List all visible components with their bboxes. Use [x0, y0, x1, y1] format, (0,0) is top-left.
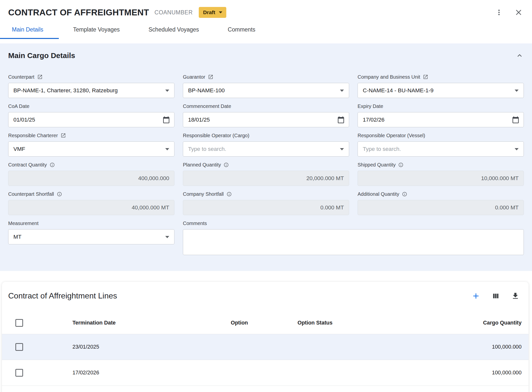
- field-counterpart-shortfall: Counterpart Shortfall 40,000.000 MT: [8, 190, 174, 215]
- field-commencement-date: Commencement Date 18/01/25: [183, 102, 349, 127]
- col-termination-date: Termination Date: [72, 320, 231, 326]
- responsible-operator-vessel-combobox[interactable]: [358, 141, 524, 157]
- download-button[interactable]: [511, 292, 520, 300]
- chevron-down-icon: [165, 148, 169, 150]
- plus-icon: [471, 292, 480, 300]
- download-icon: [511, 292, 520, 300]
- window-header: CONTRACT OF AFFREIGHTMENT COANUMBER Draf…: [0, 0, 532, 18]
- calendar-icon[interactable]: [512, 116, 519, 124]
- company-shortfall-value: 0.000 MT: [188, 204, 344, 211]
- collapse-section-button[interactable]: [515, 51, 524, 60]
- counterpart-select[interactable]: BP-NAME-1, Charterer, 31280, Ratzeburg: [8, 83, 174, 98]
- info-icon[interactable]: [227, 192, 232, 197]
- measurement-label: Measurement: [8, 221, 38, 226]
- coa-lines-table: Termination Date Option Option Status Ca…: [2, 312, 529, 386]
- close-button[interactable]: [514, 8, 523, 17]
- company-shortfall-field: 0.000 MT: [183, 200, 349, 215]
- counterpart-value: BP-NAME-1, Charterer, 31280, Ratzeburg: [13, 87, 160, 94]
- chevron-down-icon: [515, 148, 519, 150]
- responsible-charterer-value: VMF: [13, 146, 160, 152]
- guarantor-value: BP-NAME-100: [188, 87, 335, 94]
- external-link-icon[interactable]: [61, 133, 66, 138]
- counterpart-shortfall-value: 40,000.000 MT: [13, 204, 169, 211]
- responsible-operator-vessel-input[interactable]: [363, 146, 510, 152]
- responsible-charterer-label: Responsible Charterer: [8, 133, 58, 138]
- add-line-button[interactable]: [471, 292, 480, 300]
- row-checkbox[interactable]: [15, 369, 23, 377]
- guarantor-label: Guarantor: [183, 74, 205, 80]
- table-header-row: Termination Date Option Option Status Ca…: [2, 312, 529, 334]
- kebab-icon: [495, 8, 503, 17]
- commencement-date-label: Commencement Date: [183, 103, 231, 109]
- counterpart-label: Counterpart: [8, 74, 34, 80]
- field-coa-date: CoA Date 01/01/25: [8, 102, 174, 127]
- contract-quantity-value: 400,000.000: [13, 175, 169, 182]
- tab-comments[interactable]: Comments: [213, 22, 270, 39]
- select-all-checkbox[interactable]: [15, 319, 23, 327]
- company-business-unit-select[interactable]: C-NAME-14 - BU-NAME-1-9: [358, 83, 524, 98]
- guarantor-select[interactable]: BP-NAME-100: [183, 83, 349, 98]
- info-icon[interactable]: [398, 162, 403, 167]
- planned-quantity-value: 20,000.000 MT: [188, 175, 344, 182]
- chevron-down-icon: [165, 90, 169, 92]
- commencement-date-input[interactable]: 18/01/25: [183, 112, 349, 127]
- shipped-quantity-value: 10,000.000 MT: [363, 175, 519, 182]
- info-icon[interactable]: [224, 162, 229, 167]
- coa-date-input[interactable]: 01/01/25: [8, 112, 174, 127]
- responsible-charterer-select[interactable]: VMF: [8, 141, 174, 157]
- info-icon[interactable]: [402, 192, 407, 197]
- planned-quantity-label: Planned Quantity: [183, 162, 221, 168]
- calendar-icon[interactable]: [337, 116, 345, 124]
- responsible-operator-cargo-input[interactable]: [188, 146, 335, 152]
- comments-label: Comments: [183, 221, 207, 226]
- table-row[interactable]: 17/02/2026 100,000.000: [2, 360, 529, 386]
- columns-icon: [492, 292, 500, 300]
- additional-quantity-label: Additional Quantity: [358, 191, 399, 197]
- coa-date-value: 01/01/25: [13, 117, 160, 123]
- col-option: Option: [231, 320, 298, 326]
- field-responsible-operator-vessel: Responsible Operator (Vessel): [358, 132, 524, 157]
- field-company-business-unit: Company and Business Unit C-NAME-14 - BU…: [358, 73, 524, 98]
- commencement-date-value: 18/01/25: [188, 117, 335, 123]
- contract-quantity-field: 400,000.000: [8, 171, 174, 186]
- expiry-date-input[interactable]: 17/02/26: [358, 112, 524, 127]
- field-counterpart: Counterpart BP-NAME-1, Charterer, 31280,…: [8, 73, 174, 98]
- expiry-date-label: Expiry Date: [358, 103, 383, 109]
- more-options-button[interactable]: [495, 8, 503, 17]
- responsible-operator-vessel-label: Responsible Operator (Vessel): [358, 133, 425, 138]
- shipped-quantity-label: Shipped Quantity: [358, 162, 396, 168]
- measurement-value: MT: [13, 234, 160, 240]
- cargo-quantity-cell: 100,000.000: [417, 344, 529, 350]
- coa-lines-title: Contract of Affreightment Lines: [8, 291, 117, 300]
- external-link-icon[interactable]: [37, 74, 43, 80]
- tab-main-details[interactable]: Main Details: [0, 22, 59, 39]
- column-settings-button[interactable]: [492, 292, 500, 300]
- expiry-date-value: 17/02/26: [363, 117, 510, 123]
- tab-scheduled-voyages[interactable]: Scheduled Voyages: [134, 22, 213, 39]
- section-title: Main Cargo Details: [8, 51, 75, 60]
- tab-template-voyages[interactable]: Template Voyages: [59, 22, 134, 39]
- coa-lines-section: Contract of Affreightment Lines Term: [2, 282, 529, 392]
- field-expiry-date: Expiry Date 17/02/26: [358, 102, 524, 127]
- field-guarantor: Guarantor BP-NAME-100: [183, 73, 349, 98]
- counterpart-shortfall-label: Counterpart Shortfall: [8, 191, 54, 197]
- cargo-quantity-cell: 100,000.000: [417, 370, 529, 376]
- tab-bar: Main Details Template Voyages Scheduled …: [0, 22, 532, 39]
- status-badge[interactable]: Draft: [199, 7, 226, 18]
- info-icon[interactable]: [50, 162, 55, 167]
- calendar-icon[interactable]: [163, 116, 170, 124]
- table-row[interactable]: 23/01/2025 100,000.000: [2, 334, 529, 360]
- chevron-down-icon: [219, 11, 222, 13]
- info-icon[interactable]: [57, 192, 62, 197]
- comments-textarea[interactable]: [183, 229, 524, 255]
- external-link-icon[interactable]: [423, 74, 428, 80]
- measurement-select[interactable]: MT: [8, 229, 174, 244]
- coa-number: COANUMBER: [155, 9, 193, 16]
- row-checkbox[interactable]: [15, 343, 23, 351]
- field-responsible-charterer: Responsible Charterer VMF: [8, 132, 174, 157]
- field-responsible-operator-cargo: Responsible Operator (Cargo): [183, 132, 349, 157]
- col-option-status: Option Status: [298, 320, 417, 326]
- external-link-icon[interactable]: [208, 74, 213, 80]
- field-measurement: Measurement MT: [8, 220, 174, 256]
- responsible-operator-cargo-combobox[interactable]: [183, 141, 349, 157]
